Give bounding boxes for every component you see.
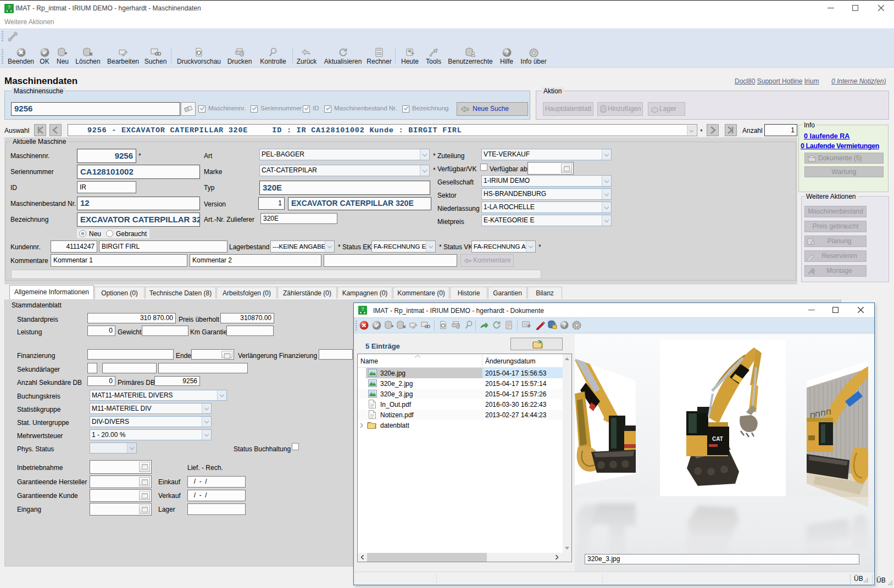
svg-text:CAT: CAT: [712, 436, 723, 442]
svg-text:12: 12: [408, 50, 411, 53]
svg-text:?: ?: [8, 4, 10, 10]
svg-text:?: ?: [362, 306, 364, 312]
svg-text:?: ?: [563, 322, 566, 328]
svg-text:?: ?: [505, 49, 509, 56]
